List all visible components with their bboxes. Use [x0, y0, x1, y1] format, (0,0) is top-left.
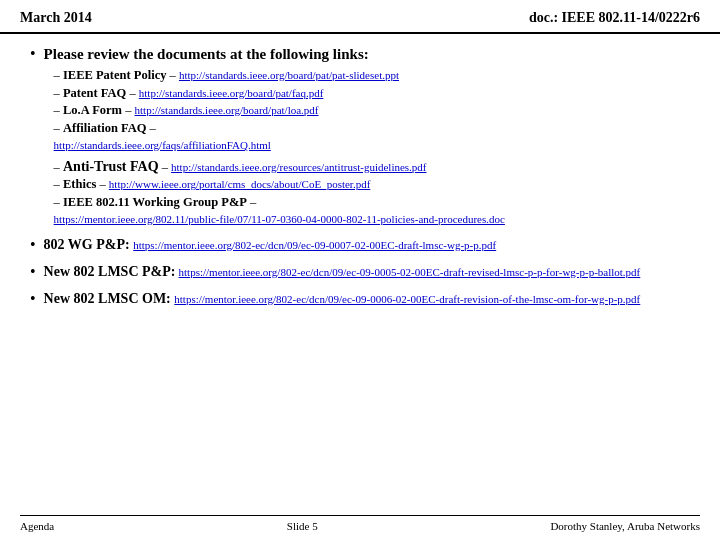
bullet-1-main: Please review the documents at the follo…: [44, 44, 690, 65]
wgpp-label: – IEEE 802.11 Working Group P&P –: [54, 195, 257, 209]
wg-pp-link[interactable]: https://mentor.ieee.org/802-ec/dcn/09/ec…: [133, 239, 496, 251]
loa-form-label: – Lo.A Form –: [54, 103, 135, 117]
affiliation-faq-label: – Affiliation FAQ –: [54, 121, 156, 135]
bullet-item-3: • New 802 LMSC P&P: https://mentor.ieee.…: [30, 262, 690, 283]
bullet-2-marker: •: [30, 233, 36, 256]
bullet-item-2: • 802 WG P&P: https://mentor.ieee.org/80…: [30, 235, 690, 256]
bullet-item-4: • New 802 LMSC OM: https://mentor.ieee.o…: [30, 289, 690, 310]
header-doc: doc.: IEEE 802.11-14/0222r6: [529, 10, 700, 26]
lmsc-om-link[interactable]: https://mentor.ieee.org/802-ec/dcn/09/ec…: [174, 293, 640, 305]
header-date: March 2014: [20, 10, 92, 26]
bullet-3-label: New 802 LMSC P&P:: [44, 264, 176, 279]
footer-left: Agenda: [20, 520, 54, 532]
loa-form-link[interactable]: http://standards.ieee.org/board/pat/loa.…: [135, 104, 319, 116]
subitem-loa-form: – Lo.A Form – http://standards.ieee.org/…: [54, 102, 690, 120]
bullet-4-marker: •: [30, 287, 36, 310]
antitrust-link[interactable]: http://standards.ieee.org/resources/anti…: [171, 161, 426, 173]
bullet-1-content: Please review the documents at the follo…: [44, 44, 690, 229]
patent-faq-link[interactable]: http://standards.ieee.org/board/pat/faq.…: [139, 87, 324, 99]
patent-faq-label: – Patent FAQ –: [54, 86, 139, 100]
slide-content: • Please review the documents at the fol…: [0, 34, 720, 326]
subitem-patent-faq: – Patent FAQ – http://standards.ieee.org…: [54, 85, 690, 103]
bullet-2-content: 802 WG P&P: https://mentor.ieee.org/802-…: [44, 235, 690, 255]
bullet-4-content: New 802 LMSC OM: https://mentor.ieee.org…: [44, 289, 690, 309]
subitem-ethics: – Ethics – http://www.ieee.org/portal/cm…: [54, 176, 690, 194]
bullet-1-marker: •: [30, 42, 36, 65]
bullet-3-content: New 802 LMSC P&P: https://mentor.ieee.or…: [44, 262, 690, 282]
patent-policy-link[interactable]: http://standards.ieee.org/board/pat/pat-…: [179, 69, 399, 81]
affiliation-faq-link[interactable]: http://standards.ieee.org/faqs/affiliati…: [54, 139, 271, 151]
ethics-link[interactable]: http://www.ieee.org/portal/cms_docs/abou…: [109, 178, 371, 190]
footer-slide-num: Slide 5: [54, 520, 550, 532]
subitem-wgpp: – IEEE 802.11 Working Group P&P – https:…: [54, 194, 690, 229]
bullet-4-label: New 802 LMSC OM:: [44, 291, 175, 306]
bullet-1-subitems: – IEEE Patent Policy – http://standards.…: [44, 67, 690, 229]
slide-header: March 2014 doc.: IEEE 802.11-14/0222r6: [0, 0, 720, 34]
bullet-item-1: • Please review the documents at the fol…: [30, 44, 690, 229]
subitem-patent-policy: – IEEE Patent Policy – http://standards.…: [54, 67, 690, 85]
footer-right: Dorothy Stanley, Aruba Networks: [550, 520, 700, 532]
subitem-antitrust: – Anti-Trust FAQ – http://standards.ieee…: [54, 157, 690, 177]
slide-footer: Agenda Slide 5 Dorothy Stanley, Aruba Ne…: [20, 515, 700, 532]
ethics-label: – Ethics –: [54, 177, 109, 191]
wgpp-link[interactable]: https://mentor.ieee.org/802.11/public-fi…: [54, 213, 505, 225]
bullet-2-label: 802 WG P&P:: [44, 237, 134, 252]
patent-policy-label: – IEEE Patent Policy –: [54, 68, 179, 82]
subitem-affiliation-faq: – Affiliation FAQ – http://standards.iee…: [54, 120, 690, 155]
lmsc-pp-link[interactable]: https://mentor.ieee.org/802-ec/dcn/09/ec…: [179, 266, 641, 278]
bullet-3-marker: •: [30, 260, 36, 283]
antitrust-label: – Anti-Trust FAQ –: [54, 160, 171, 174]
